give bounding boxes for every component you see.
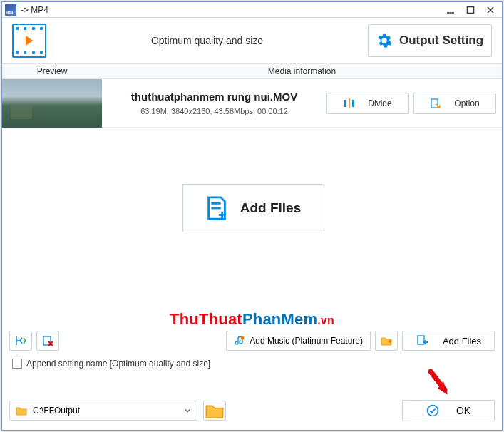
minimize-button[interactable] xyxy=(442,4,459,16)
document-add-icon xyxy=(203,195,230,222)
add-files-button[interactable]: Add Files xyxy=(402,331,495,351)
titlebar: -> MP4 xyxy=(2,2,502,18)
browse-folder-button[interactable] xyxy=(203,401,226,421)
media-info: thuthuatphanmem rung nui.MOV 63.19M, 384… xyxy=(102,79,326,127)
output-path-text: C:\FFOutput xyxy=(33,406,80,416)
header: Optimum quality and size Output Setting xyxy=(2,18,502,63)
file-add-icon xyxy=(416,334,428,347)
video-thumbnail xyxy=(2,79,102,128)
ok-label: OK xyxy=(456,405,470,416)
append-setting-row: Append setting name [Optimum quality and… xyxy=(12,359,210,369)
svg-rect-7 xyxy=(431,99,438,108)
app-window: -> MP4 Optimum quality and size Output S… xyxy=(1,1,503,431)
option-icon xyxy=(430,98,441,109)
column-preview: Preview xyxy=(2,66,102,76)
file-name: thuthuatphanmem rung nui.MOV xyxy=(131,91,297,103)
column-headers: Preview Media information xyxy=(2,63,502,79)
output-path-dropdown[interactable]: C:\FFOutput xyxy=(9,401,197,421)
svg-rect-1 xyxy=(468,6,474,13)
add-folder-button[interactable] xyxy=(375,331,398,351)
svg-rect-4 xyxy=(344,100,346,107)
append-label: Append setting name [Optimum quality and… xyxy=(26,359,210,369)
option-label: Option xyxy=(454,98,479,108)
folder-add-icon xyxy=(380,334,393,347)
merge-button[interactable] xyxy=(9,331,32,351)
add-files-label: Add Files xyxy=(443,336,481,346)
output-setting-button[interactable]: Output Setting xyxy=(368,24,492,57)
remove-button[interactable] xyxy=(36,331,59,351)
folder-icon xyxy=(204,400,225,421)
bottom-row: C:\FFOutput OK xyxy=(9,400,495,421)
close-button[interactable] xyxy=(482,4,499,16)
divide-button[interactable]: Divide xyxy=(326,93,409,114)
toolbar: Add Music (Platinum Feature) Add Files xyxy=(9,330,495,351)
merge-icon xyxy=(14,334,27,347)
divide-label: Divide xyxy=(368,98,391,108)
svg-rect-18 xyxy=(418,336,424,344)
watermark: ThuThuatPhanMem.vn xyxy=(170,310,334,329)
column-media-info: Media information xyxy=(102,66,502,76)
append-checkbox[interactable] xyxy=(12,359,22,369)
gear-icon xyxy=(376,33,392,48)
file-row[interactable]: thuthuatphanmem rung nui.MOV 63.19M, 384… xyxy=(2,79,502,128)
annotation-arrow xyxy=(426,369,452,398)
file-meta: 63.19M, 3840x2160, 43.58Mbps, 00:00:12 xyxy=(140,107,288,115)
add-music-label: Add Music (Platinum Feature) xyxy=(250,336,363,346)
add-files-big-button[interactable]: Add Files xyxy=(182,184,322,232)
maximize-button[interactable] xyxy=(462,4,479,16)
chevron-down-icon xyxy=(184,407,191,414)
app-icon xyxy=(5,4,16,16)
output-setting-label: Output Setting xyxy=(399,34,483,48)
add-music-button[interactable]: Add Music (Platinum Feature) xyxy=(226,331,371,351)
add-files-big-label: Add Files xyxy=(240,200,302,216)
profile-title: Optimum quality and size xyxy=(46,35,368,46)
remove-icon xyxy=(41,334,54,347)
app-logo-icon xyxy=(12,24,46,58)
folder-icon xyxy=(16,405,27,416)
svg-rect-5 xyxy=(352,100,354,107)
check-circle-icon xyxy=(426,404,439,417)
music-icon xyxy=(234,335,245,346)
ok-button[interactable]: OK xyxy=(402,400,495,421)
window-title: -> MP4 xyxy=(21,5,442,15)
option-button[interactable]: Option xyxy=(413,93,496,114)
svg-point-15 xyxy=(241,336,245,340)
divide-icon xyxy=(344,98,355,109)
